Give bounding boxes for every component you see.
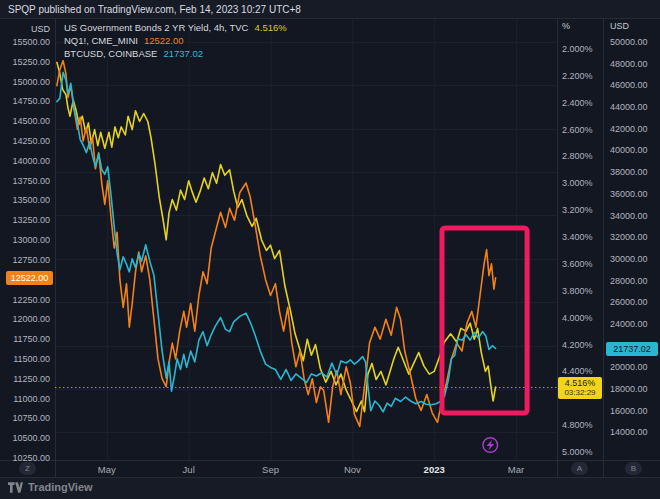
legend-symbol-title: NQ1!, CME_MINI (64, 35, 138, 46)
bar-countdown: 03:32:29 (558, 388, 602, 398)
legend-symbol-value: 4.516% (254, 22, 286, 33)
left-price-scale[interactable] (0, 19, 55, 460)
publish-text: SPQP published on TradingView.com, Feb 1… (8, 4, 301, 15)
tradingview-brand-text: TradingView (28, 481, 93, 493)
left-scale-mode-button[interactable]: Z (19, 462, 36, 475)
right-price-scale[interactable] (603, 19, 660, 460)
legend-symbol-value: 12522.00 (144, 35, 184, 46)
btc-price-badge: 21737.02 (606, 342, 658, 356)
chart-plot-area[interactable] (55, 19, 557, 460)
legend-row[interactable]: BTCUSD, COINBASE21737.02 (61, 47, 208, 60)
legend-row[interactable]: US Government Bonds 2 YR Yield, 4h, TVC4… (61, 21, 292, 34)
yield-badge-value: 4.516% (558, 378, 602, 388)
time-scale[interactable] (55, 460, 557, 477)
legend-symbol-value: 21737.02 (163, 48, 203, 59)
yield-price-badge: 4.516% 03:32:29 (558, 377, 602, 399)
legend-row[interactable]: NQ1!, CME_MINI12522.00 (61, 34, 189, 47)
pct-scale-mode-button[interactable]: A (571, 462, 588, 475)
tradingview-logo-icon (8, 482, 23, 493)
right-scale-mode-button[interactable]: B (625, 462, 642, 475)
legend-symbol-title: US Government Bonds 2 YR Yield, 4h, TVC (64, 22, 248, 33)
footer-strip (0, 478, 660, 499)
legend-symbol-title: BTCUSD, COINBASE (64, 48, 157, 59)
publish-bar: SPQP published on TradingView.com, Feb 1… (0, 0, 660, 19)
nq-price-badge: 12522.00 (6, 271, 53, 285)
symbol-legend: US Government Bonds 2 YR Yield, 4h, TVC4… (61, 21, 292, 60)
tradingview-attribution[interactable]: TradingView (8, 481, 93, 493)
tradingview-chart-window: SPQP published on TradingView.com, Feb 1… (0, 0, 660, 499)
